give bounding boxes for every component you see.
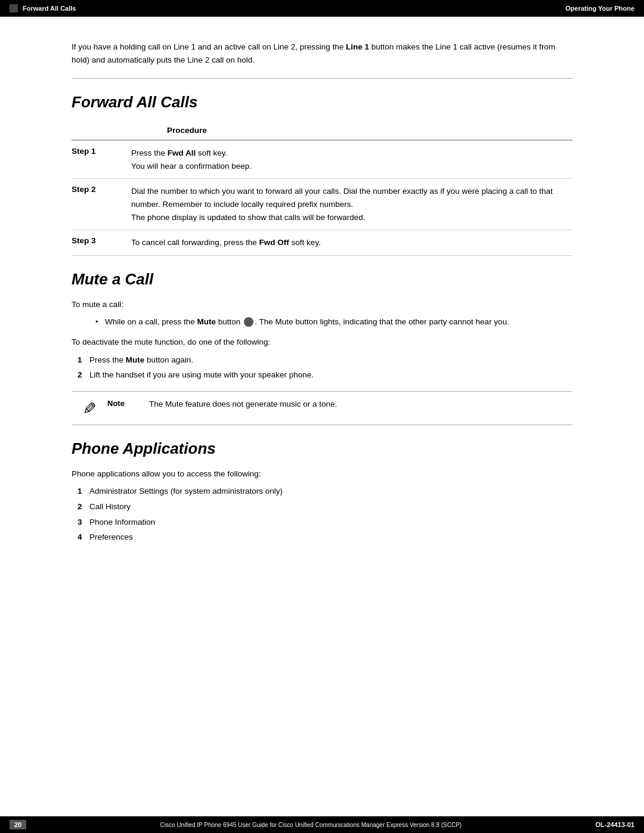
intro-paragraph: If you have a holding call on Line 1 and… (72, 41, 572, 66)
phone-applications-heading: Phone Applications (72, 439, 572, 458)
app-item-2: Call History (89, 502, 131, 511)
app-item-4: Preferences (89, 532, 133, 541)
list-item: 2 Lift the handset if you are using mute… (72, 368, 572, 382)
note-text: The Mute feature does not generate music… (149, 398, 572, 411)
table-row: Step 1 Press the Fwd All soft key. You w… (72, 141, 572, 179)
header-chapter-label: Operating Your Phone (565, 5, 634, 12)
phone-apps-intro: Phone applications allow you to access t… (72, 467, 572, 481)
table-row: Step 2 Dial the number to which you want… (72, 179, 572, 230)
step-2-text2: The phone display is updated to show tha… (131, 213, 365, 222)
app-item-1: Administrator Settings (for system admin… (89, 487, 283, 496)
note-box: ✎ Note The Mute feature does not generat… (72, 391, 572, 425)
mute-deactivate-intro: To deactivate the mute function, do one … (72, 336, 572, 349)
app-num-4: 4 (78, 531, 82, 544)
footer-right-text: OL-24413-01 (596, 821, 634, 828)
phone-apps-list: 1 Administrator Settings (for system adm… (72, 485, 572, 543)
step-1-text1: Press the Fwd All soft key. (131, 148, 227, 157)
mute-step-1-text: Press the Mute button again. (89, 355, 193, 364)
header-bar-left: Forward All Calls (10, 4, 76, 13)
mute-steps-list: 1 Press the Mute button again. 2 Lift th… (72, 354, 572, 382)
step-1-content: Press the Fwd All soft key. You will hea… (131, 147, 572, 172)
mute-bullet-list: While on a call, press the Mute button .… (95, 315, 572, 329)
app-num-2: 2 (78, 500, 82, 513)
main-content: If you have a holding call on Line 1 and… (0, 17, 644, 599)
mute-bullet-bold: Mute (197, 317, 216, 326)
app-item-3: Phone Information (89, 518, 155, 527)
mute-button-icon (244, 317, 253, 327)
step-1-label: Step 1 (72, 147, 131, 156)
step-2-label: Step 2 (72, 185, 131, 194)
mute-intro: To mute a call: (72, 298, 572, 311)
procedure-label: Procedure (167, 121, 572, 140)
app-num-3: 3 (78, 516, 82, 529)
intro-bold-line1: Line 1 (346, 42, 369, 51)
footer-page-number: 20 (10, 820, 26, 829)
forward-all-calls-heading: Forward All Calls (72, 93, 572, 112)
intro-divider (72, 78, 572, 79)
note-label: Note (107, 398, 149, 408)
list-item: While on a call, press the Mute button .… (95, 315, 572, 329)
intro-text-before: If you have a holding call on Line 1 and… (72, 42, 346, 51)
step-1-bold: Fwd All (168, 148, 196, 157)
step-3-label: Step 3 (72, 236, 131, 245)
step-1-text2: You will hear a confirmation beep. (131, 162, 252, 171)
step-2-text1: Dial the number to which you want to for… (131, 187, 553, 209)
header-square-icon (10, 4, 18, 13)
step-2-content: Dial the number to which you want to for… (131, 185, 572, 224)
step-num-2: 2 (78, 368, 82, 382)
list-item: 4 Preferences (72, 531, 572, 544)
header-section-label: Forward All Calls (23, 5, 76, 12)
step-num-1: 1 (78, 354, 82, 367)
note-icon-col: ✎ (72, 398, 107, 419)
list-item: 2 Call History (72, 500, 572, 513)
list-item: 1 Press the Mute button again. (72, 354, 572, 367)
steps-container: Step 1 Press the Fwd All soft key. You w… (72, 141, 572, 256)
mute-step-2-text: Lift the handset if you are using mute w… (89, 370, 314, 379)
footer-bar: 20 Cisco Unified IP Phone 6945 User Guid… (0, 816, 644, 833)
footer-center-text: Cisco Unified IP Phone 6945 User Guide f… (26, 822, 595, 828)
app-num-1: 1 (78, 485, 82, 498)
step-3-content: To cancel call forwarding, press the Fwd… (131, 236, 572, 249)
mute-step-1-bold: Mute (126, 355, 145, 364)
header-bar: Forward All Calls Operating Your Phone (0, 0, 644, 17)
step-3-text1: To cancel call forwarding, press the Fwd… (131, 238, 321, 247)
step-3-bold: Fwd Off (259, 238, 289, 247)
list-item: 1 Administrator Settings (for system adm… (72, 485, 572, 498)
mute-bullet-text: While on a call, press the Mute button .… (105, 317, 509, 326)
list-item: 3 Phone Information (72, 516, 572, 529)
pencil-icon: ✎ (83, 399, 97, 419)
table-row: Step 3 To cancel call forwarding, press … (72, 230, 572, 256)
mute-a-call-heading: Mute a Call (72, 270, 572, 289)
